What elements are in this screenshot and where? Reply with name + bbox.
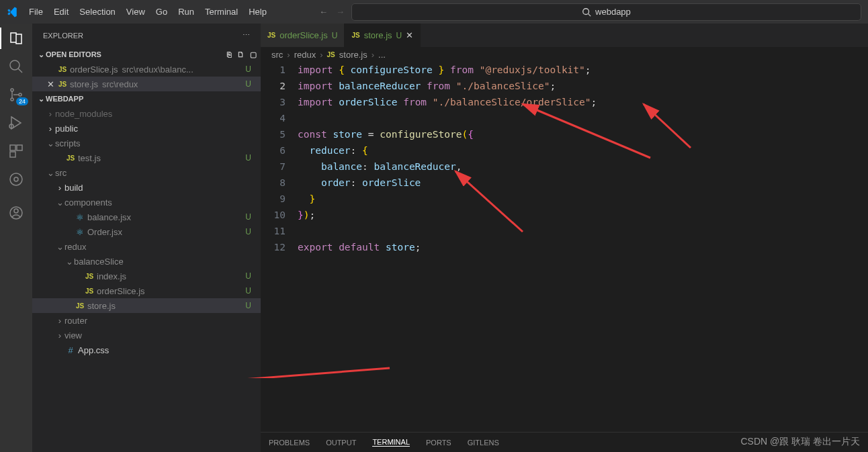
source-control-icon[interactable]: 24 xyxy=(8,87,24,103)
folder-item[interactable]: ›node_modules xyxy=(32,106,261,121)
folder-item[interactable]: ⌄components xyxy=(32,195,261,210)
extensions-icon[interactable] xyxy=(8,143,24,159)
panel-gitlens[interactable]: GITLENS xyxy=(468,439,499,447)
panel-output[interactable]: OUTPUT xyxy=(326,439,356,447)
tree-item-label: test.js xyxy=(78,153,101,163)
folder-item[interactable]: ›view xyxy=(32,328,261,343)
nav-forward-icon[interactable]: → xyxy=(336,7,345,17)
tree-item-label: node_modules xyxy=(55,109,112,119)
save-all-icon[interactable]: 🗋 xyxy=(237,50,245,59)
folder-item[interactable]: ›router xyxy=(32,313,261,328)
menu-go[interactable]: Go xyxy=(150,0,173,24)
js-file-icon: JS xyxy=(56,81,69,88)
file-item[interactable]: JSstore.jsU xyxy=(32,298,261,313)
status-badge: U xyxy=(245,64,251,74)
nav-back-icon[interactable]: ← xyxy=(319,7,328,17)
menu-run[interactable]: Run xyxy=(173,0,200,24)
breadcrumb-item[interactable]: redux xyxy=(294,50,316,60)
breadcrumb-item[interactable]: ... xyxy=(378,50,386,60)
editor-path: src\redux\balanc... xyxy=(122,64,193,75)
file-item[interactable]: JSorderSlice.jsU xyxy=(32,283,261,298)
file-item[interactable]: ⚛balance.jsxU xyxy=(32,210,261,224)
folder-item[interactable]: ⌄scripts xyxy=(32,136,261,150)
js-file-icon: JS xyxy=(74,302,86,310)
menu-edit[interactable]: Edit xyxy=(48,0,74,24)
svg-point-4 xyxy=(11,89,13,91)
sidebar-title: EXPLORER ⋯ xyxy=(32,24,261,47)
menu-selection[interactable]: Selection xyxy=(74,0,120,24)
svg-point-6 xyxy=(19,93,21,96)
menu-help[interactable]: Help xyxy=(243,0,272,24)
more-icon[interactable]: ⋯ xyxy=(243,31,250,40)
account-icon[interactable] xyxy=(8,205,24,221)
tab-store[interactable]: JS store.js U ✕ xyxy=(345,24,421,47)
explorer-label: EXPLORER xyxy=(43,32,83,40)
svg-rect-9 xyxy=(17,145,22,150)
breadcrumb-item[interactable]: store.js xyxy=(339,50,367,60)
file-item[interactable]: JSindex.jsU xyxy=(32,269,261,283)
folder-item[interactable]: ⌄redux xyxy=(32,239,261,254)
panel-terminal[interactable]: TERMINAL xyxy=(372,438,410,447)
editor-tabs: JS orderSlice.js U JS store.js U ✕ xyxy=(261,24,868,47)
js-file-icon: JS xyxy=(83,287,95,295)
remote-icon[interactable] xyxy=(8,171,24,187)
close-icon[interactable]: ✕ xyxy=(406,30,413,40)
code-editor[interactable]: 123456789101112 import { configureStore … xyxy=(261,62,868,452)
file-item[interactable]: JStest.jsU xyxy=(32,150,261,165)
tree-item-label: balance.jsx xyxy=(87,212,131,222)
sidebar: EXPLORER ⋯ ⌄ OPEN EDITORS ⎘ 🗋 ▢ JS order… xyxy=(32,24,261,452)
open-editors-header[interactable]: ⌄ OPEN EDITORS ⎘ 🗋 ▢ xyxy=(32,47,261,62)
open-editor-item[interactable]: ✕ JS store.js src\redux U xyxy=(32,77,261,91)
open-editor-item[interactable]: JS orderSlice.js src\redux\balanc... U xyxy=(32,62,261,77)
svg-point-2 xyxy=(10,60,19,70)
workspace-header[interactable]: ⌄ WEBDAPP xyxy=(32,91,261,106)
new-file-icon[interactable]: ⎘ xyxy=(227,50,232,59)
tree-item-label: build xyxy=(64,183,83,193)
explorer-icon[interactable] xyxy=(8,30,24,46)
tree-item-label: redux xyxy=(64,242,87,252)
panel-ports[interactable]: PORTS xyxy=(426,439,451,447)
menu-terminal[interactable]: Terminal xyxy=(200,0,243,24)
file-item[interactable]: #App.css xyxy=(32,343,261,357)
nav-arrows: ← → xyxy=(319,7,345,17)
svg-point-14 xyxy=(14,209,18,213)
toggle-layout-icon[interactable]: ▢ xyxy=(250,50,257,59)
search-bar[interactable]: webdapp xyxy=(351,3,861,21)
tree-item-label: App.css xyxy=(78,345,109,355)
code-content[interactable]: import { configureStore } from "@reduxjs… xyxy=(298,62,868,452)
close-icon[interactable]: ✕ xyxy=(44,79,56,89)
tree-item-label: src xyxy=(55,168,67,178)
breadcrumb[interactable]: src › redux › JS store.js › ... xyxy=(261,47,868,62)
search-activity-icon[interactable] xyxy=(8,58,24,75)
tree-item-label: scripts xyxy=(55,138,81,148)
file-item[interactable]: ⚛Order.jsxU xyxy=(32,224,261,239)
line-gutter: 123456789101112 xyxy=(261,62,298,452)
js-file-icon: JS xyxy=(267,32,275,39)
svg-rect-10 xyxy=(10,152,15,157)
tree-item-label: index.js xyxy=(97,271,126,281)
scm-badge: 24 xyxy=(16,97,28,105)
svg-line-3 xyxy=(18,69,22,73)
folder-item[interactable]: ⌄src xyxy=(32,165,261,180)
svg-point-12 xyxy=(14,177,18,181)
workspace-label: WEBDAPP xyxy=(46,95,83,103)
js-file-icon: JS xyxy=(351,32,359,39)
editor-area: JS orderSlice.js U JS store.js U ✕ src ›… xyxy=(261,24,868,452)
tree-item-label: balanceSlice xyxy=(74,257,124,267)
search-text: webdapp xyxy=(595,7,631,17)
menu-view[interactable]: View xyxy=(121,0,150,24)
tab-orderslice[interactable]: JS orderSlice.js U xyxy=(261,24,345,47)
folder-item[interactable]: ⌄balanceSlice xyxy=(32,254,261,269)
open-editors-label: OPEN EDITORS xyxy=(46,50,101,58)
breadcrumb-item[interactable]: src xyxy=(271,50,283,60)
tree-item-label: router xyxy=(64,316,87,326)
editor-filename: store.js xyxy=(70,79,98,89)
js-file-icon: JS xyxy=(64,154,77,162)
menu-file[interactable]: File xyxy=(24,0,48,24)
svg-point-11 xyxy=(10,173,22,185)
folder-item[interactable]: ›public xyxy=(32,121,261,136)
debug-icon[interactable] xyxy=(8,115,24,131)
panel-problems[interactable]: PROBLEMS xyxy=(269,439,310,447)
folder-item[interactable]: ›build xyxy=(32,180,261,195)
file-tree: ›node_modules›public⌄scriptsJStest.jsU⌄s… xyxy=(32,106,261,452)
